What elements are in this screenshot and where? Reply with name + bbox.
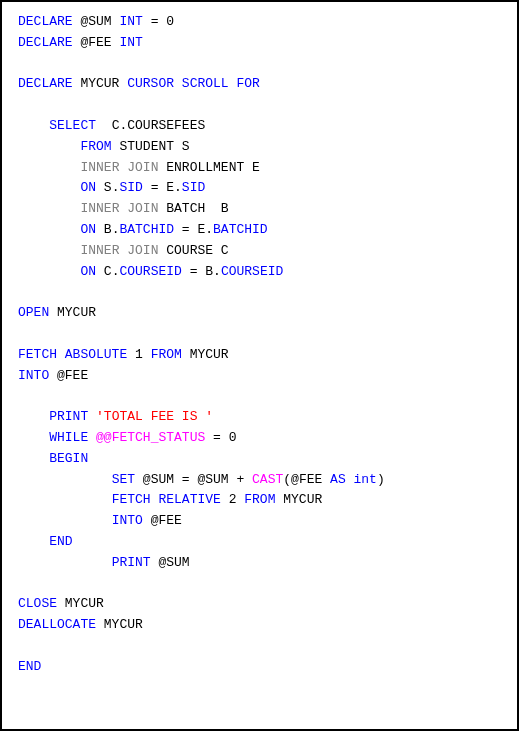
text: = E. bbox=[143, 180, 182, 195]
col: COURSEID bbox=[119, 264, 181, 279]
keyword-into: INTO bbox=[112, 513, 143, 528]
table: ENROLLMENT E bbox=[158, 160, 259, 175]
expr: @SUM = @SUM + bbox=[135, 472, 252, 487]
keyword-join: INNER JOIN bbox=[80, 160, 158, 175]
cursor-name: MYCUR bbox=[96, 617, 143, 632]
keyword-join: INNER JOIN bbox=[80, 201, 158, 216]
keyword-print: PRINT bbox=[112, 555, 151, 570]
col: BATCHID bbox=[119, 222, 174, 237]
keyword-into: INTO bbox=[18, 368, 49, 383]
keyword-on: ON bbox=[80, 180, 96, 195]
num: 1 bbox=[127, 347, 150, 362]
var: @FEE bbox=[143, 513, 182, 528]
col: SID bbox=[182, 180, 205, 195]
paren: ) bbox=[377, 472, 385, 487]
cursor-name: MYCUR bbox=[275, 492, 322, 507]
table: COURSE C bbox=[158, 243, 228, 258]
col: SID bbox=[119, 180, 142, 195]
col: BATCHID bbox=[213, 222, 268, 237]
text: = B. bbox=[182, 264, 221, 279]
fetch-status: @@FETCH_STATUS bbox=[96, 430, 205, 445]
type-int: INT bbox=[119, 14, 142, 29]
var-fee: @FEE bbox=[80, 35, 119, 50]
table: STUDENT S bbox=[112, 139, 190, 154]
table: BATCH B bbox=[158, 201, 228, 216]
keyword-declare: DECLARE bbox=[18, 14, 73, 29]
keyword-end: END bbox=[49, 534, 72, 549]
var-sum: @SUM bbox=[80, 14, 119, 29]
keyword-print: PRINT bbox=[49, 409, 96, 424]
var: @FEE bbox=[49, 368, 88, 383]
cursor-name: MYCUR bbox=[73, 76, 128, 91]
num: 2 bbox=[221, 492, 244, 507]
keyword-close: CLOSE bbox=[18, 596, 57, 611]
keyword-cursor: CURSOR SCROLL FOR bbox=[127, 76, 260, 91]
keyword-end: END bbox=[18, 659, 41, 674]
keyword-begin: BEGIN bbox=[49, 451, 88, 466]
keyword-set: SET bbox=[112, 472, 135, 487]
code-block: DECLARE @SUM INT = 0 DECLARE @FEE INT DE… bbox=[0, 0, 519, 731]
keyword-select: SELECT bbox=[49, 118, 96, 133]
keyword-declare: DECLARE bbox=[18, 76, 73, 91]
keyword-on: ON bbox=[80, 264, 96, 279]
paren: (@FEE bbox=[283, 472, 330, 487]
cursor-name: MYCUR bbox=[57, 596, 104, 611]
col: COURSEID bbox=[221, 264, 283, 279]
keyword-from: FROM bbox=[151, 347, 182, 362]
keyword-fetch: FETCH RELATIVE bbox=[112, 492, 221, 507]
text: C. bbox=[96, 264, 119, 279]
keyword-open: OPEN bbox=[18, 305, 49, 320]
keyword-join: INNER JOIN bbox=[80, 243, 158, 258]
var: @SUM bbox=[151, 555, 190, 570]
keyword-deallocate: DEALLOCATE bbox=[18, 617, 96, 632]
text: = E. bbox=[174, 222, 213, 237]
keyword-on: ON bbox=[80, 222, 96, 237]
text: B. bbox=[96, 222, 119, 237]
cursor-name: MYCUR bbox=[49, 305, 96, 320]
keyword-cast: CAST bbox=[252, 472, 283, 487]
cursor-name: MYCUR bbox=[182, 347, 229, 362]
columns: C.COURSEFEES bbox=[96, 118, 205, 133]
keyword-declare: DECLARE bbox=[18, 35, 73, 50]
text: = 0 bbox=[205, 430, 236, 445]
keyword-while: WHILE bbox=[49, 430, 96, 445]
text: = 0 bbox=[143, 14, 174, 29]
type-int: INT bbox=[119, 35, 142, 50]
keyword-from: FROM bbox=[244, 492, 275, 507]
as-int: AS int bbox=[330, 472, 377, 487]
string-literal: 'TOTAL FEE IS ' bbox=[96, 409, 213, 424]
keyword-fetch: FETCH ABSOLUTE bbox=[18, 347, 127, 362]
keyword-from: FROM bbox=[80, 139, 111, 154]
text: S. bbox=[96, 180, 119, 195]
